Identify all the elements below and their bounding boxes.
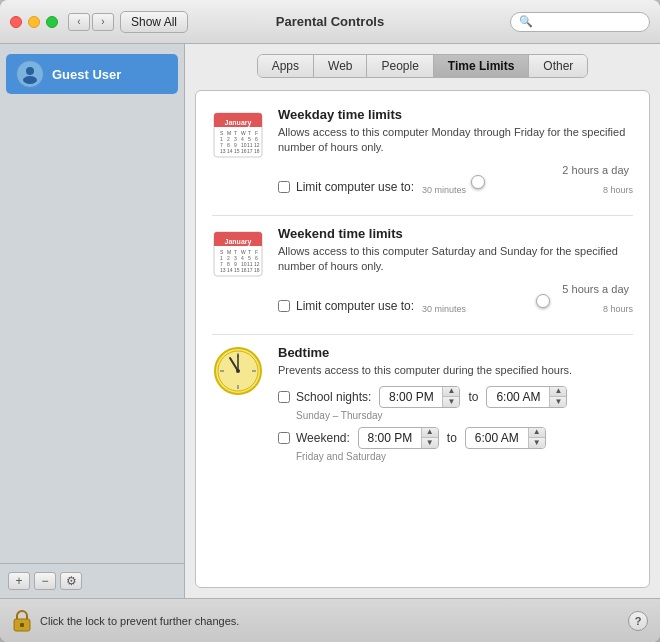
help-button[interactable]: ? [628, 611, 648, 631]
show-all-button[interactable]: Show All [120, 11, 188, 33]
svg-text:16: 16 [241, 148, 247, 154]
svg-text:January: January [225, 119, 252, 127]
bedtime-weekend-row: Weekend: 8:00 PM ▲ ▼ to [278, 427, 633, 449]
school-start-picker[interactable]: 8:00 PM ▲ ▼ [379, 386, 460, 408]
school-start-down[interactable]: ▼ [443, 397, 459, 408]
avatar [16, 60, 44, 88]
divider-2 [212, 334, 633, 335]
tab-bar: Apps Web People Time Limits Other [257, 54, 589, 78]
weekday-calendar-icon: January S M T W T F 1 2 3 4 5 6 [212, 107, 264, 159]
weekday-slider[interactable] [422, 180, 633, 184]
bedtime-weekend-label: Weekend: [296, 431, 350, 445]
minimize-button[interactable] [28, 16, 40, 28]
weekend-end-stepper: ▲ ▼ [528, 427, 545, 449]
tab-apps[interactable]: Apps [258, 55, 314, 77]
weekday-slider-row: Limit computer use to: 30 minutes 8 hour… [278, 180, 633, 195]
school-nights-checkbox[interactable] [278, 391, 290, 403]
remove-user-button[interactable]: − [34, 572, 56, 590]
divider-1 [212, 215, 633, 216]
svg-text:15: 15 [234, 267, 240, 273]
weekend-start-stepper: ▲ ▼ [421, 427, 438, 449]
school-start-stepper: ▲ ▼ [442, 386, 459, 408]
svg-text:14: 14 [227, 267, 233, 273]
school-start-value: 8:00 PM [380, 388, 442, 406]
weekend-body: Weekend time limits Allows access to thi… [278, 226, 633, 314]
svg-text:18: 18 [254, 267, 260, 273]
weekend-end-up[interactable]: ▲ [529, 427, 545, 438]
tab-time-limits[interactable]: Time Limits [434, 55, 529, 77]
add-user-button[interactable]: + [8, 572, 30, 590]
weekend-end-picker[interactable]: 6:00 AM ▲ ▼ [465, 427, 546, 449]
school-end-value: 6:00 AM [487, 388, 549, 406]
weekend-slider-container: 30 minutes 8 hours [422, 299, 633, 314]
svg-text:January: January [225, 238, 252, 246]
svg-point-0 [26, 67, 34, 75]
weekend-slider-min: 30 minutes [422, 304, 466, 314]
school-end-down[interactable]: ▼ [550, 397, 566, 408]
school-start-up[interactable]: ▲ [443, 386, 459, 397]
svg-text:17: 17 [247, 148, 253, 154]
svg-point-66 [236, 369, 240, 373]
sidebar: Guest User + − ⚙ [0, 44, 185, 598]
lock-text: Click the lock to prevent further change… [40, 615, 239, 627]
forward-button[interactable]: › [92, 13, 114, 31]
weekend-limit-row: 5 hours a day Limit computer use to: 30 [278, 283, 633, 314]
weekend-slider-row: Limit computer use to: 30 minutes 8 hour… [278, 299, 633, 314]
content-area: January S M T W T F 1 2 3 4 5 6 [195, 90, 650, 588]
search-input[interactable] [537, 16, 641, 28]
weekend-slider-labels: 30 minutes 8 hours [422, 304, 633, 314]
weekday-body: Weekday time limits Allows access to thi… [278, 107, 633, 195]
weekend-end-down[interactable]: ▼ [529, 438, 545, 449]
weekday-checkbox-text: Limit computer use to: [296, 180, 414, 194]
titlebar: ‹ › Show All Parental Controls 🔍 [0, 0, 660, 44]
bedtime-title: Bedtime [278, 345, 633, 360]
weekend-start-picker[interactable]: 8:00 PM ▲ ▼ [358, 427, 439, 449]
weekday-title: Weekday time limits [278, 107, 633, 122]
school-end-up[interactable]: ▲ [550, 386, 566, 397]
user-name: Guest User [52, 67, 121, 82]
lock-button[interactable]: Click the lock to prevent further change… [12, 610, 239, 632]
weekend-slider[interactable] [422, 299, 633, 303]
traffic-lights [10, 16, 58, 28]
weekend-section: January S M T W T F 1 2 3 4 5 6 [212, 226, 633, 314]
lock-icon [12, 610, 32, 632]
weekend-desc: Allows access to this computer Saturday … [278, 244, 633, 275]
svg-text:13: 13 [220, 148, 226, 154]
svg-rect-68 [20, 623, 24, 627]
bedtime-weekend-checkbox[interactable] [278, 432, 290, 444]
weekend-start-down[interactable]: ▼ [422, 438, 438, 449]
weekend-title: Weekend time limits [278, 226, 633, 241]
bedtime-rows: School nights: 8:00 PM ▲ ▼ to [278, 386, 633, 462]
search-box[interactable]: 🔍 [510, 12, 650, 32]
tab-web[interactable]: Web [314, 55, 367, 77]
close-button[interactable] [10, 16, 22, 28]
tab-people[interactable]: People [367, 55, 433, 77]
weekend-checkbox-label[interactable]: Limit computer use to: [278, 299, 414, 313]
weekday-checkbox[interactable] [278, 181, 290, 193]
sidebar-item-guest-user[interactable]: Guest User [6, 54, 178, 94]
school-nights-row: School nights: 8:00 PM ▲ ▼ to [278, 386, 633, 408]
weekday-slider-container: 30 minutes 8 hours [422, 180, 633, 195]
svg-text:16: 16 [241, 267, 247, 273]
sidebar-bottom: + − ⚙ [0, 563, 184, 598]
tab-other[interactable]: Other [529, 55, 587, 77]
gear-button[interactable]: ⚙ [60, 572, 82, 590]
weekday-desc: Allows access to this computer Monday th… [278, 125, 633, 156]
weekday-slider-labels: 30 minutes 8 hours [422, 185, 633, 195]
bedtime-section: Bedtime Prevents access to this computer… [212, 345, 633, 468]
back-button[interactable]: ‹ [68, 13, 90, 31]
maximize-button[interactable] [46, 16, 58, 28]
main-content: Guest User + − ⚙ Apps Web People Time Li… [0, 44, 660, 598]
weekday-checkbox-label[interactable]: Limit computer use to: [278, 180, 414, 194]
svg-point-1 [23, 76, 37, 84]
bottom-bar: Click the lock to prevent further change… [0, 598, 660, 642]
weekend-checkbox[interactable] [278, 300, 290, 312]
bedtime-weekend-checkbox-label[interactable]: Weekend: [278, 431, 350, 445]
svg-text:15: 15 [234, 148, 240, 154]
weekend-sublabel: Friday and Saturday [296, 451, 633, 462]
weekend-start-up[interactable]: ▲ [422, 427, 438, 438]
school-nights-checkbox-label[interactable]: School nights: [278, 390, 371, 404]
main-window: ‹ › Show All Parental Controls 🔍 Guest U… [0, 0, 660, 642]
school-end-stepper: ▲ ▼ [549, 386, 566, 408]
school-end-picker[interactable]: 6:00 AM ▲ ▼ [486, 386, 567, 408]
